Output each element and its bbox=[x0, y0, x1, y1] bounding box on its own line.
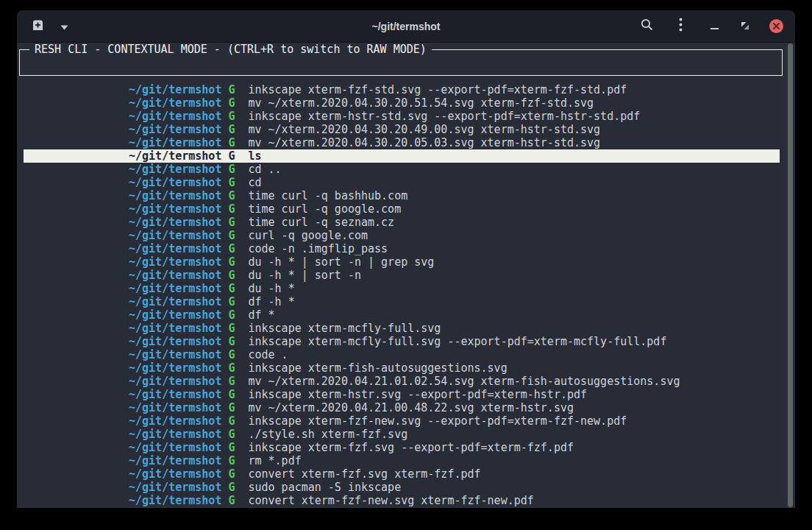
entry-path: ~/git/termshot bbox=[129, 401, 221, 414]
history-row[interactable]: ~/git/termshotGmv ~/xterm.2020.04.21.01.… bbox=[24, 375, 780, 388]
new-tab-icon bbox=[31, 18, 45, 34]
entry-git-marker: G bbox=[228, 83, 235, 96]
entry-path: ~/git/termshot bbox=[129, 282, 221, 295]
entry-command: rm *.pdf bbox=[248, 454, 301, 467]
history-row[interactable]: ~/git/termshotGcd bbox=[24, 176, 780, 189]
entry-command: mv ~/xterm.2020.04.21.01.02.54.svg xterm… bbox=[248, 375, 680, 388]
search-button[interactable] bbox=[638, 18, 655, 35]
desktop-background: ~/git/termshot bbox=[0, 0, 812, 530]
history-row[interactable]: ~/git/termshotGinkscape xterm-fzf.svg --… bbox=[24, 441, 780, 454]
restore-button[interactable] bbox=[737, 18, 753, 35]
entry-git-marker: G bbox=[228, 149, 235, 163]
entry-git-marker: G bbox=[228, 189, 235, 202]
minimize-button[interactable] bbox=[706, 18, 722, 35]
history-row[interactable]: ~/git/termshotGinkscape xterm-fish-autos… bbox=[24, 361, 780, 375]
entry-path: ~/git/termshot bbox=[129, 255, 221, 269]
history-row[interactable]: ~/git/termshotGcurl -q google.com bbox=[24, 229, 780, 242]
entry-command: mv ~/xterm.2020.04.21.00.48.22.svg xterm… bbox=[248, 401, 574, 414]
entry-git-marker: G bbox=[228, 494, 235, 507]
tab-list-dropdown-button[interactable] bbox=[56, 18, 72, 35]
entry-git-marker: G bbox=[228, 229, 235, 242]
history-row[interactable]: ~/git/termshotGtime curl -q google.com bbox=[24, 202, 780, 216]
history-list: ~/git/termshotGinkscape xterm-fzf-std.sv… bbox=[24, 83, 780, 507]
history-row[interactable]: ~/git/termshotGdf * bbox=[24, 308, 780, 322]
history-row[interactable]: ~/git/termshotGinkscape xterm-hstr.svg -… bbox=[24, 388, 780, 401]
entry-path: ~/git/termshot bbox=[129, 110, 221, 123]
history-row[interactable]: ~/git/termshotGcode . bbox=[24, 348, 780, 361]
history-row[interactable]: ~/git/termshotGdu -h * | sort -n bbox=[24, 269, 780, 282]
entry-command: cd .. bbox=[248, 163, 281, 176]
history-row[interactable]: ~/git/termshotGrm *.pdf bbox=[24, 454, 780, 467]
history-row[interactable]: ~/git/termshotGinkscape xterm-mcfly-full… bbox=[24, 335, 780, 348]
entry-path: ~/git/termshot bbox=[129, 242, 221, 255]
entry-git-marker: G bbox=[228, 467, 235, 481]
entry-path: ~/git/termshot bbox=[129, 295, 221, 308]
entry-git-marker: G bbox=[228, 176, 235, 189]
entry-git-marker: G bbox=[228, 481, 235, 494]
entry-git-marker: G bbox=[228, 441, 235, 454]
history-row[interactable]: ~/git/termshotGdf -h * bbox=[24, 295, 780, 308]
entry-command: time curl -q google.com bbox=[248, 202, 401, 216]
entry-command: inkscape xterm-fish-autosuggestions.svg bbox=[248, 361, 507, 375]
entry-path: ~/git/termshot bbox=[129, 335, 221, 348]
history-row[interactable]: ~/git/termshotGsudo pacman -S inkscape bbox=[24, 481, 780, 494]
resh-header-title: RESH CLI - CONTEXTUAL MODE - (CTRL+R to … bbox=[29, 43, 432, 56]
resh-search-input[interactable] bbox=[26, 56, 776, 69]
entry-path: ~/git/termshot bbox=[129, 348, 221, 361]
new-tab-button[interactable] bbox=[29, 18, 46, 35]
close-button[interactable] bbox=[768, 18, 784, 35]
history-row[interactable]: ~/git/termshotGcode -n .imgflip_pass bbox=[24, 242, 780, 255]
history-row[interactable]: ~/git/termshotGls bbox=[24, 149, 780, 163]
scrollbar-thumb[interactable] bbox=[788, 43, 793, 507]
history-row[interactable]: ~/git/termshotGtime curl -q seznam.cz bbox=[24, 216, 780, 229]
entry-git-marker: G bbox=[228, 388, 235, 401]
resh-header-box: RESH CLI - CONTEXTUAL MODE - (CTRL+R to … bbox=[19, 49, 783, 76]
entry-command: inkscape xterm-hstr-std.svg --export-pdf… bbox=[248, 110, 640, 123]
entry-path: ~/git/termshot bbox=[129, 149, 221, 163]
entry-git-marker: G bbox=[228, 335, 235, 348]
history-row[interactable]: ~/git/termshotGmv ~/xterm.2020.04.21.00.… bbox=[24, 401, 780, 414]
entry-path: ~/git/termshot bbox=[129, 441, 221, 454]
entry-git-marker: G bbox=[228, 322, 235, 335]
entry-command: ls bbox=[248, 149, 261, 163]
entry-command: inkscape xterm-hstr.svg --export-pdf=xte… bbox=[248, 388, 587, 401]
entry-path: ~/git/termshot bbox=[129, 322, 221, 335]
history-row[interactable]: ~/git/termshotGtime curl -q bashhub.com bbox=[24, 189, 780, 202]
history-row[interactable]: ~/git/termshotGconvert xterm-fzf-new.svg… bbox=[24, 494, 780, 507]
history-row[interactable]: ~/git/termshotGinkscape xterm-fzf-new.sv… bbox=[24, 414, 780, 428]
history-row[interactable]: ~/git/termshotGcd .. bbox=[24, 163, 780, 176]
entry-git-marker: G bbox=[228, 348, 235, 361]
entry-git-marker: G bbox=[228, 401, 235, 414]
entry-git-marker: G bbox=[228, 295, 235, 308]
entry-command: code . bbox=[248, 348, 288, 361]
history-row[interactable]: ~/git/termshotGmv ~/xterm.2020.04.30.20.… bbox=[24, 136, 780, 149]
history-row[interactable]: ~/git/termshotGconvert xterm-fzf.svg xte… bbox=[24, 467, 780, 481]
entry-git-marker: G bbox=[228, 454, 235, 467]
entry-path: ~/git/termshot bbox=[129, 494, 221, 507]
entry-command: convert xterm-fzf.svg xterm-fzf.pdf bbox=[248, 467, 480, 481]
entry-path: ~/git/termshot bbox=[129, 375, 221, 388]
history-row[interactable]: ~/git/termshotGdu -h * | sort -n | grep … bbox=[24, 255, 780, 269]
menu-button[interactable] bbox=[672, 18, 688, 35]
history-row[interactable]: ~/git/termshotGmv ~/xterm.2020.04.30.20.… bbox=[24, 123, 780, 136]
entry-command: df * bbox=[248, 308, 274, 322]
entry-command: code -n .imgflip_pass bbox=[248, 242, 388, 255]
history-row[interactable]: ~/git/termshotGinkscape xterm-hstr-std.s… bbox=[24, 110, 780, 123]
entry-git-marker: G bbox=[228, 282, 235, 295]
history-row[interactable]: ~/git/termshotG./style.sh xterm-fzf.svg bbox=[24, 428, 780, 441]
history-row[interactable]: ~/git/termshotGdu -h * bbox=[24, 282, 780, 295]
entry-path: ~/git/termshot bbox=[129, 269, 221, 282]
entry-git-marker: G bbox=[228, 428, 235, 441]
entry-path: ~/git/termshot bbox=[129, 361, 221, 375]
history-row[interactable]: ~/git/termshotGinkscape xterm-fzf-std.sv… bbox=[24, 83, 780, 96]
entry-command: ./style.sh xterm-fzf.svg bbox=[248, 428, 407, 441]
history-row[interactable]: ~/git/termshotGmv ~/xterm.2020.04.30.20.… bbox=[24, 96, 780, 110]
entry-git-marker: G bbox=[228, 163, 235, 176]
restore-window-icon bbox=[741, 20, 749, 33]
minimize-icon bbox=[710, 20, 719, 33]
entry-command: du -h * | sort -n | grep svg bbox=[248, 255, 434, 269]
entry-path: ~/git/termshot bbox=[129, 123, 221, 136]
entry-git-marker: G bbox=[228, 255, 235, 269]
history-row[interactable]: ~/git/termshotGinkscape xterm-mcfly-full… bbox=[24, 322, 780, 335]
entry-command: inkscape xterm-fzf.svg --export-pdf=xter… bbox=[248, 441, 574, 454]
